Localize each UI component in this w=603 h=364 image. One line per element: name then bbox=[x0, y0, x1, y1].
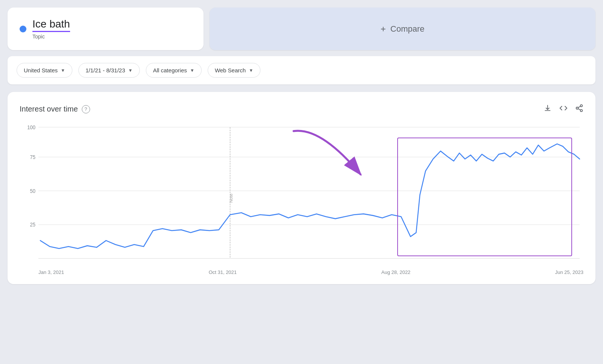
category-label: All categories bbox=[153, 67, 187, 73]
download-button[interactable] bbox=[543, 104, 552, 114]
region-label: United States bbox=[24, 67, 58, 73]
region-filter[interactable]: United States ▼ bbox=[17, 63, 72, 78]
category-chevron-icon: ▼ bbox=[190, 68, 194, 73]
chart-title: Interest over time bbox=[20, 105, 78, 113]
date-range-filter[interactable]: 1/1/21 - 8/31/23 ▼ bbox=[78, 63, 140, 78]
x-label-2: Oct 31, 2021 bbox=[209, 269, 237, 275]
svg-text:Note: Note bbox=[229, 194, 234, 203]
search-type-chevron-icon: ▼ bbox=[249, 68, 253, 73]
region-chevron-icon: ▼ bbox=[61, 68, 65, 73]
share-button[interactable] bbox=[575, 104, 583, 114]
chart-title-group: Interest over time ? bbox=[20, 105, 90, 113]
search-type-filter[interactable]: Web Search ▼ bbox=[208, 63, 260, 78]
chart-header: Interest over time ? bbox=[20, 104, 583, 114]
topic-indicator-dot bbox=[20, 26, 26, 32]
compare-card[interactable]: + Compare bbox=[210, 8, 595, 50]
svg-text:50: 50 bbox=[30, 188, 35, 194]
chart-svg: 100 75 50 25 Note bbox=[20, 123, 583, 266]
svg-text:25: 25 bbox=[30, 222, 35, 228]
search-subtitle: Topic bbox=[32, 34, 70, 40]
search-type-label: Web Search bbox=[215, 67, 246, 73]
chart-area: 100 75 50 25 Note bbox=[20, 123, 583, 266]
category-filter[interactable]: All categories ▼ bbox=[146, 63, 202, 78]
search-text-group: Ice bath Topic bbox=[32, 18, 70, 40]
svg-point-1 bbox=[576, 107, 579, 109]
svg-line-4 bbox=[578, 106, 580, 108]
x-label-1: Jan 3, 2021 bbox=[38, 269, 64, 275]
search-title: Ice bath bbox=[32, 18, 70, 32]
x-axis-labels: Jan 3, 2021 Oct 31, 2021 Aug 28, 2022 Ju… bbox=[20, 266, 583, 275]
embed-button[interactable] bbox=[559, 104, 568, 114]
compare-label: Compare bbox=[390, 24, 424, 34]
svg-point-0 bbox=[580, 105, 583, 107]
date-chevron-icon: ▼ bbox=[128, 68, 133, 73]
x-label-3: Aug 28, 2022 bbox=[381, 269, 410, 275]
chart-card: Interest over time ? bbox=[8, 92, 595, 284]
svg-line-3 bbox=[578, 109, 580, 110]
svg-point-2 bbox=[580, 110, 583, 112]
filters-row: United States ▼ 1/1/21 - 8/31/23 ▼ All c… bbox=[8, 56, 595, 84]
search-card: Ice bath Topic bbox=[8, 8, 204, 50]
compare-plus-icon: + bbox=[381, 24, 386, 34]
svg-text:100: 100 bbox=[27, 124, 35, 130]
date-range-label: 1/1/21 - 8/31/23 bbox=[86, 67, 125, 73]
chart-actions bbox=[543, 104, 583, 114]
help-icon[interactable]: ? bbox=[82, 105, 90, 113]
x-label-4: Jun 25, 2023 bbox=[555, 269, 583, 275]
svg-text:75: 75 bbox=[30, 154, 35, 160]
trend-line bbox=[40, 144, 580, 249]
